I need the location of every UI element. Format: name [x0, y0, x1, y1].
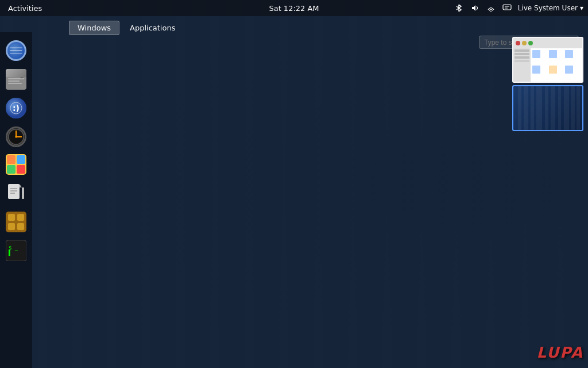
- maximize-btn: [528, 41, 533, 45]
- svg-point-11: [18, 71, 25, 78]
- bluetooth-icon[interactable]: [454, 3, 464, 13]
- dock-item-clock[interactable]: [3, 124, 29, 150]
- clock-display: Sat 12:22 AM: [269, 4, 319, 13]
- activities-button[interactable]: Activities: [5, 3, 45, 14]
- svg-rect-27: [8, 184, 20, 199]
- user-label: Live System User: [518, 4, 578, 12]
- file-manager-preview: [513, 38, 582, 82]
- svg-rect-23: [7, 155, 16, 164]
- svg-rect-10: [8, 83, 22, 84]
- file-icon: [6, 183, 26, 206]
- thumb-stripe-10: [577, 86, 580, 130]
- thumb-stripe-2: [524, 86, 528, 130]
- minimize-btn: [522, 41, 527, 45]
- dock-item-file[interactable]: [3, 182, 29, 207]
- chat-indicator-icon[interactable]: [502, 3, 512, 13]
- dock-item-browser[interactable]: [3, 38, 29, 63]
- svg-text:▌: ▌: [8, 250, 11, 256]
- close-btn: [516, 41, 520, 45]
- user-menu-arrow: ▾: [580, 4, 583, 12]
- dock-item-chat[interactable]: :): [3, 95, 29, 121]
- user-menu[interactable]: Live System User ▾: [518, 4, 583, 12]
- fm-content: [531, 48, 582, 82]
- file-manager-thumbnail[interactable]: [512, 37, 583, 83]
- dock-item-photos[interactable]: [3, 153, 29, 178]
- schedule-icon: [6, 69, 26, 90]
- svg-rect-37: [17, 223, 24, 230]
- browser-icon: [6, 40, 26, 61]
- applications-tab[interactable]: Applications: [122, 21, 183, 34]
- network-icon[interactable]: [486, 3, 496, 13]
- activities-overlay: Windows Applications: [0, 16, 588, 368]
- svg-point-18: [9, 130, 22, 143]
- svg-rect-9: [8, 80, 20, 82]
- thumb-stripe-9: [571, 86, 575, 130]
- thumb-stripe-1: [518, 86, 521, 130]
- thumb-stripe-6: [551, 86, 555, 130]
- svg-point-21: [15, 136, 17, 137]
- thumb-stripe-3: [531, 86, 534, 130]
- thumb-stripe-8: [564, 86, 569, 130]
- svg-marker-28: [20, 184, 22, 187]
- top-bar: Activities Sat 12:22 AM: [0, 0, 588, 16]
- svg-rect-24: [17, 155, 25, 164]
- dock: :): [0, 32, 32, 368]
- svg-rect-35: [17, 214, 24, 221]
- photos-icon: [6, 154, 26, 177]
- clock-icon: [6, 126, 26, 147]
- fm-titlebar: [513, 38, 582, 48]
- dock-item-schedule[interactable]: [3, 67, 29, 92]
- thumbnails-area: [508, 32, 588, 136]
- terminal-icon: $ _ ▌: [6, 240, 26, 263]
- svg-rect-36: [8, 223, 15, 230]
- svg-text::): :): [13, 103, 20, 113]
- dock-item-packages[interactable]: [3, 210, 29, 236]
- svg-point-0: [490, 11, 492, 12]
- svg-rect-34: [8, 214, 15, 221]
- datetime-label: Sat 12:22 AM: [269, 4, 319, 13]
- windows-tab[interactable]: Windows: [69, 21, 119, 35]
- svg-rect-7: [6, 69, 26, 77]
- packages-icon: [6, 212, 26, 235]
- desktop-preview: [513, 86, 582, 130]
- dock-item-terminal[interactable]: $ _ ▌: [3, 239, 29, 264]
- desktop-thumbnail[interactable]: [512, 85, 583, 131]
- top-bar-right: Live System User ▾: [454, 3, 583, 13]
- svg-rect-25: [7, 165, 16, 174]
- top-bar-left: Activities: [5, 3, 45, 14]
- thumb-stripe-5: [545, 86, 548, 130]
- fm-body: [513, 48, 582, 82]
- thumb-stripe-7: [558, 86, 561, 130]
- volume-icon[interactable]: [470, 3, 480, 13]
- fm-sidebar: [513, 48, 531, 82]
- lupa-watermark: LUPA: [536, 344, 583, 361]
- svg-rect-26: [17, 165, 25, 174]
- thumb-stripe-4: [536, 86, 542, 130]
- svg-rect-1: [503, 5, 511, 10]
- svg-rect-29: [22, 187, 24, 199]
- chat-icon: :): [6, 98, 26, 118]
